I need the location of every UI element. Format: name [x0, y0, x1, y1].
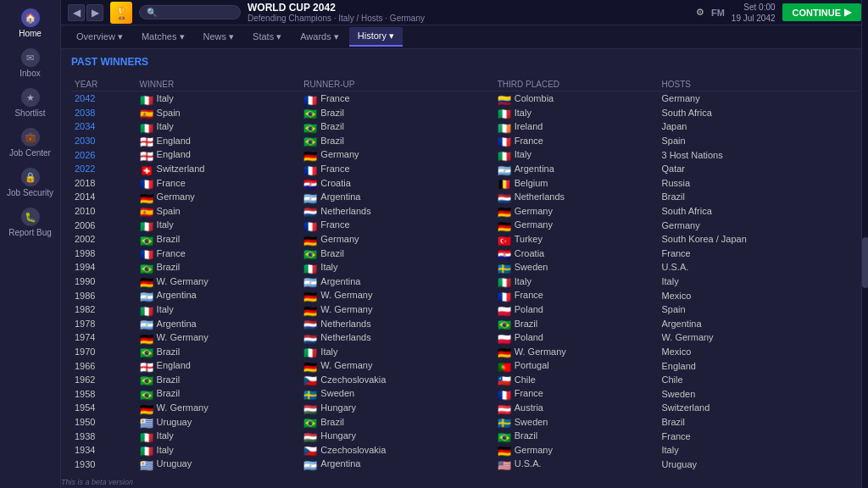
winner-flag: 🇦🇷 [140, 319, 153, 329]
runner-flag: 🇮🇹 [303, 347, 317, 357]
table-row[interactable]: 1962 🇧🇷Brazil 🇨🇿Czechoslovakia 🇨🇱Chile C… [71, 373, 858, 387]
cell-runner-up: 🇳🇱Netherlands [300, 330, 493, 345]
cell-runner-up: 🇳🇱Netherlands [300, 204, 493, 219]
cell-host: 3 Host Nations [659, 147, 859, 162]
cell-third: 🇫🇷France [494, 386, 659, 401]
table-row[interactable]: 1990 🇩🇪W. Germany 🇦🇷Argentina 🇮🇹Italy It… [71, 274, 858, 289]
cell-host: Germany [659, 92, 859, 106]
cell-winner: 🇦🇷Argentina [136, 317, 301, 331]
winner-flag: 🇮🇹 [140, 432, 153, 441]
cell-year: 1994 [71, 260, 136, 274]
tab-history[interactable]: History ▾ [349, 27, 403, 47]
continue-button[interactable]: CONTINUE ▶ [782, 3, 861, 21]
winner-flag: 🇨🇭 [140, 165, 153, 175]
search-box[interactable]: 🔍 [139, 5, 241, 19]
table-row[interactable]: 1934 🇮🇹Italy 🇨🇿Czechoslovakia 🇩🇪Germany … [71, 443, 858, 458]
table-row[interactable]: 1974 🇩🇪W. Germany 🇳🇱Netherlands 🇵🇱Poland… [71, 330, 858, 345]
cell-winner: 🇮🇹Italy [136, 429, 301, 443]
table-row[interactable]: 1950 🇺🇾Uruguay 🇧🇷Brazil 🇸🇪Sweden Brazil [71, 415, 858, 430]
runner-flag: 🇦🇷 [303, 277, 317, 286]
winner-flag: 🇩🇪 [140, 277, 153, 286]
cell-host: Sweden [659, 386, 859, 401]
cell-year: 2042 [71, 92, 136, 106]
table-row[interactable]: 2002 🇧🇷Brazil 🇩🇪Germany 🇹🇷Turkey South K… [71, 232, 858, 247]
runner-flag: 🇳🇱 [303, 319, 317, 329]
winner-flag: 🇮🇹 [140, 123, 153, 132]
table-row[interactable]: 1938 🇮🇹Italy 🇭🇺Hungary 🇧🇷Brazil France [71, 429, 858, 443]
tab-awards[interactable]: Awards ▾ [292, 28, 348, 46]
winner-flag: 🇮🇹 [140, 221, 153, 230]
table-row[interactable]: 1986 🇦🇷Argentina 🇩🇪W. Germany 🇫🇷France M… [71, 288, 858, 302]
table-row[interactable]: 1954 🇩🇪W. Germany 🇭🇺Hungary 🇦🇹Austria Sw… [71, 401, 858, 415]
table-row[interactable]: 1966 🏴󠁧󠁢󠁥󠁮󠁧󠁿England 🇩🇪W. Germany 🇵🇹Portu… [71, 358, 858, 373]
title-block: WORLD CUP 2042 Defending Champions · Ita… [248, 2, 425, 23]
cell-runner-up: 🇫🇷France [300, 162, 493, 176]
table-row[interactable]: 2010 🇪🇸Spain 🇳🇱Netherlands 🇩🇪Germany Sou… [71, 204, 858, 219]
cell-third: 🇺🇸U.S.A. [494, 457, 659, 471]
table-row[interactable]: 2042 🇮🇹Italy 🇫🇷France 🇨🇴Colombia Germany [71, 92, 858, 106]
sidebar-item-home[interactable]: 🏠 Home [0, 3, 60, 43]
settings-icon[interactable]: ⚙ [696, 7, 704, 18]
table-row[interactable]: 1994 🇧🇷Brazil 🇮🇹Italy 🇸🇪Sweden U.S.A. [71, 260, 858, 274]
third-flag: 🇭🇷 [498, 249, 511, 258]
table-row[interactable]: 2034 🇮🇹Italy 🇧🇷Brazil 🇮🇪Ireland Japan [71, 119, 858, 134]
forward-button[interactable]: ▶ [86, 4, 103, 21]
winner-flag: 🏴󠁧󠁢󠁥󠁮󠁧󠁿 [140, 151, 153, 160]
winner-flag: 🇮🇹 [140, 95, 153, 104]
runner-flag: 🇳🇱 [303, 207, 317, 216]
cell-runner-up: 🇦🇷Argentina [300, 457, 493, 471]
third-flag: 🇩🇪 [498, 347, 511, 357]
sidebar-item-inbox[interactable]: ✉ Inbox [0, 43, 60, 83]
runner-flag: 🇦🇷 [303, 193, 317, 202]
winners-table: YEAR WINNER RUNNER-UP THIRD PLACED HOSTS… [71, 78, 858, 471]
winner-flag: 🇧🇷 [140, 263, 153, 273]
third-flag: 🇮🇹 [498, 151, 511, 160]
cell-host: Argentina [659, 317, 859, 331]
table-row[interactable]: 2014 🇩🇪Germany 🇦🇷Argentina 🇳🇱Netherlands… [71, 190, 858, 204]
cell-host: Mexico [659, 288, 859, 302]
scrollbar-thumb[interactable] [862, 237, 868, 288]
cell-year: 1938 [71, 429, 136, 443]
sidebar-item-shortlist[interactable]: ★ Shortlist [0, 83, 60, 123]
cell-third: 🇮🇹Italy [494, 274, 659, 289]
tab-matches[interactable]: Matches ▾ [133, 28, 193, 46]
cell-year: 2022 [71, 162, 136, 176]
table-row[interactable]: 1998 🇫🇷France 🇧🇷Brazil 🇭🇷Croatia France [71, 247, 858, 261]
tab-stats[interactable]: Stats ▾ [244, 28, 290, 46]
sidebar-item-job-center[interactable]: 💼 Job Center [0, 123, 60, 163]
table-row[interactable]: 2026 🏴󠁧󠁢󠁥󠁮󠁧󠁿England 🇩🇪Germany 🇮🇹Italy 3 … [71, 147, 858, 162]
col-runner-up: RUNNER-UP [300, 78, 493, 92]
cell-host: South Africa [659, 106, 859, 120]
sidebar-item-job-security[interactable]: 🔒 Job Security [0, 163, 60, 202]
third-flag: 🇨🇱 [498, 375, 511, 385]
cell-runner-up: 🇭🇺Hungary [300, 429, 493, 443]
tab-news[interactable]: News ▾ [195, 28, 243, 46]
runner-flag: 🇭🇷 [303, 179, 317, 188]
edge-scrollbar[interactable] [861, 0, 868, 488]
tab-overview[interactable]: Overview ▾ [68, 28, 131, 46]
sidebar: 🏠 Home ✉ Inbox ★ Shortlist 💼 Job Center … [0, 0, 61, 488]
table-row[interactable]: 2022 🇨🇭Switzerland 🇫🇷France 🇦🇷Argentina … [71, 162, 858, 176]
table-row[interactable]: 2018 🇫🇷France 🇭🇷Croatia 🇧🇪Belgium Russia [71, 176, 858, 191]
time-display: Set 0:00 [732, 2, 776, 13]
table-row[interactable]: 2030 🏴󠁧󠁢󠁥󠁮󠁧󠁿England 🇧🇷Brazil 🇫🇷France Sp… [71, 134, 858, 148]
main-content: ◀ ▶ 🏆 🔍 WORLD CUP 2042 Defending Champio… [61, 0, 868, 488]
navtabs: Overview ▾ Matches ▾ News ▾ Stats ▾ Awar… [61, 25, 868, 49]
back-button[interactable]: ◀ [68, 4, 85, 21]
table-row[interactable]: 1970 🇧🇷Brazil 🇮🇹Italy 🇩🇪W. Germany Mexic… [71, 345, 858, 359]
runner-flag: 🇫🇷 [303, 95, 317, 104]
sidebar-item-report-bug[interactable]: 🐛 Report Bug [0, 202, 60, 242]
winner-flag: 🇫🇷 [140, 249, 153, 258]
runner-flag: 🇩🇪 [303, 362, 317, 371]
table-row[interactable]: 1982 🇮🇹Italy 🇩🇪W. Germany 🇵🇱Poland Spain [71, 302, 858, 317]
table-row[interactable]: 2006 🇮🇹Italy 🇫🇷France 🇩🇪Germany Germany [71, 218, 858, 232]
cell-winner: 🇺🇾Uruguay [136, 415, 301, 430]
runner-flag: 🇮🇹 [303, 263, 317, 273]
table-row[interactable]: 2038 🇪🇸Spain 🇧🇷Brazil 🇮🇹Italy South Afri… [71, 106, 858, 120]
table-row[interactable]: 1958 🇧🇷Brazil 🇸🇪Sweden 🇫🇷France Sweden [71, 386, 858, 401]
table-row[interactable]: 1930 🇺🇾Uruguay 🇦🇷Argentina 🇺🇸U.S.A. Urug… [71, 457, 858, 471]
table-row[interactable]: 1978 🇦🇷Argentina 🇳🇱Netherlands 🇧🇷Brazil … [71, 317, 858, 331]
cell-runner-up: 🇫🇷France [300, 92, 493, 106]
cell-runner-up: 🇧🇷Brazil [300, 415, 493, 430]
cell-runner-up: 🇧🇷Brazil [300, 119, 493, 134]
